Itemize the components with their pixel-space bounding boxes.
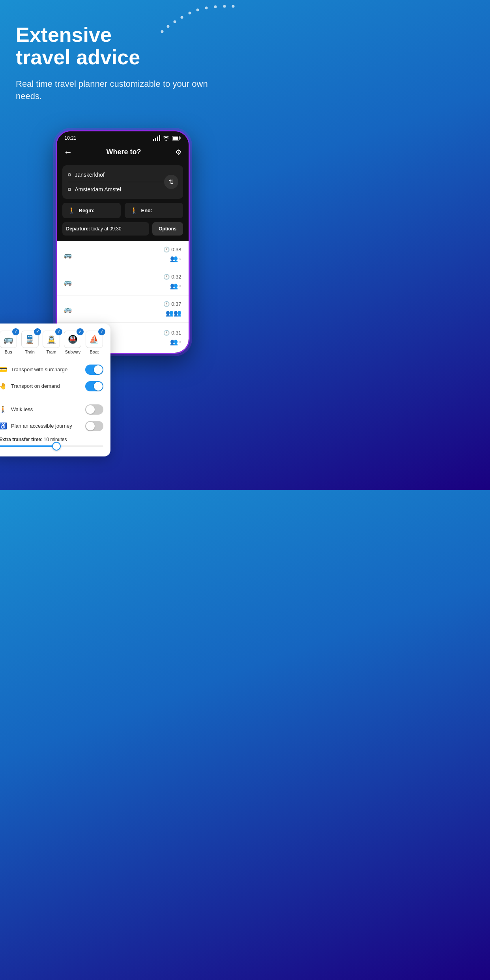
route-input: Janskerkhof Amsterdam Amstel ⇅ — [62, 165, 183, 199]
bus-icon-wrap: 🚌 ✓ — [0, 331, 17, 348]
departure-value-text: today at 09:30 — [92, 226, 122, 232]
phone-mockup: 10:21 — [56, 130, 190, 354]
result-row-2[interactable]: 🚌 🕐 0:32 👥 ○ — [57, 268, 189, 295]
wifi-icon — [163, 135, 170, 141]
tram-check: ✓ — [55, 328, 62, 335]
route-results: 🚌 🕐 0:38 👥 ○ — [57, 241, 189, 323]
svg-point-4 — [189, 12, 191, 15]
app-nav: ← Where to? ⚙ — [57, 143, 189, 161]
clock-icon-1: 🕐 — [163, 247, 170, 252]
clock-icon-2: 🕐 — [163, 274, 170, 280]
svg-point-9 — [232, 5, 235, 8]
nav-title: Where to? — [107, 148, 141, 156]
to-text: Amsterdam Amstel — [75, 186, 121, 193]
bottom-crowd-icon: 👥 — [170, 338, 178, 346]
bottom-result-right: 🕐 0:31 👥 ○ — [163, 330, 181, 346]
back-button[interactable]: ← — [64, 147, 73, 157]
walk-options: 🚶 Begin: 🚶 End: — [62, 203, 183, 218]
result-row-3[interactable]: 🚌 🕐 0:37 👥👥 — [57, 295, 189, 323]
mode-tram[interactable]: 🚊 ✓ Tram — [42, 331, 60, 354]
mode-boat[interactable]: ⛵ ✓ Boat — [85, 331, 103, 354]
demand-label: Transport on demand — [11, 383, 60, 389]
route-divider — [68, 182, 178, 182]
crowd-3-icon: 👥👥 — [166, 309, 181, 317]
surcharge-toggle[interactable] — [85, 365, 103, 375]
svg-point-10 — [165, 140, 166, 141]
tram-icon-wrap: 🚊 ✓ — [43, 331, 60, 348]
subway-icon-wrap: 🚇 ✓ — [64, 331, 81, 348]
toggle-walk-less[interactable]: 🚶 Walk less — [0, 401, 103, 418]
demand-toggle[interactable] — [85, 381, 103, 391]
train-icon: 🚆 — [25, 335, 35, 344]
route-to[interactable]: Amsterdam Amstel — [68, 185, 178, 194]
begin-walk-btn[interactable]: 🚶 Begin: — [62, 203, 121, 218]
result-1-bus-icon: 🚌 — [64, 251, 72, 259]
svg-point-8 — [223, 5, 226, 8]
departure-label: Departure: — [66, 226, 90, 232]
walk-less-toggle[interactable] — [85, 404, 103, 415]
clock-icon-bottom: 🕐 — [163, 330, 170, 336]
mode-bus[interactable]: 🚌 ✓ Bus — [0, 331, 17, 354]
end-walk-btn[interactable]: 🚶 End: — [125, 203, 183, 218]
accessible-toggle[interactable] — [85, 421, 103, 431]
slider-thumb[interactable] — [52, 442, 61, 451]
result-3-icons: 🚌 — [64, 306, 72, 313]
slider-track[interactable] — [0, 445, 103, 447]
bus-label: Bus — [5, 350, 12, 354]
end-walk-icon: 🚶 — [130, 207, 138, 214]
phone-wrapper: 🚌 ✓ Bus 🚆 ✓ Train 🚊 ✓ Tram — [0, 130, 245, 354]
result-3-bus-icon: 🚌 — [64, 306, 72, 313]
tram-label: Tram — [46, 350, 56, 354]
bottom-duration: 🕐 0:31 — [163, 330, 181, 336]
accessible-icon: ♿ — [0, 422, 7, 430]
subway-label: Subway — [65, 350, 80, 354]
svg-point-1 — [167, 25, 170, 28]
toggle-accessible[interactable]: ♿ Plan an accessible journey — [0, 418, 103, 434]
mode-train[interactable]: 🚆 ✓ Train — [21, 331, 39, 354]
surcharge-icon: 💳 — [0, 366, 7, 373]
slider-label: Extra transfer time: 10 minutes — [0, 437, 103, 442]
duration-2-text: 0:32 — [171, 274, 181, 280]
toggle-demand[interactable]: 🤚 Transport on demand — [0, 378, 103, 395]
result-row-1[interactable]: 🚌 🕐 0:38 👥 ○ — [57, 241, 189, 268]
filter-icon[interactable]: ⚙ — [175, 148, 181, 157]
battery-icon — [172, 136, 181, 140]
route-from[interactable]: Janskerkhof — [68, 170, 178, 180]
svg-point-3 — [181, 16, 183, 19]
status-time: 10:21 — [65, 135, 77, 141]
walk-less-label: Walk less — [11, 406, 33, 412]
dotted-arc-decoration — [158, 4, 237, 36]
tram-icon: 🚊 — [47, 335, 56, 344]
slider-fill — [0, 445, 56, 447]
transfer-time-slider-row: Extra transfer time: 10 minutes — [0, 434, 103, 449]
result-2-icons: 🚌 — [64, 279, 72, 286]
crowd-1-icon: 👥 — [170, 255, 178, 262]
bottom-crowd: 👥 ○ — [170, 338, 181, 346]
svg-point-6 — [205, 7, 208, 9]
boat-check: ✓ — [98, 328, 105, 335]
options-button[interactable]: Options — [152, 222, 183, 236]
from-dot — [68, 173, 71, 176]
duration-1-text: 0:38 — [171, 247, 181, 252]
transport-modes: 🚌 ✓ Bus 🚆 ✓ Train 🚊 ✓ Tram — [0, 331, 103, 354]
result-2-crowd: 👥 ○ — [170, 282, 181, 290]
departure-button[interactable]: Departure: today at 09:30 — [62, 222, 150, 236]
options-panel: 🚌 ✓ Bus 🚆 ✓ Train 🚊 ✓ Tram — [0, 324, 110, 456]
toggle-surcharge[interactable]: 💳 Transport with surcharge — [0, 361, 103, 378]
bottom-crowd-partial: ○ — [179, 340, 181, 344]
result-3-crowd: 👥👥 — [166, 309, 181, 317]
mode-subway[interactable]: 🚇 ✓ Subway — [64, 331, 82, 354]
train-label: Train — [25, 350, 35, 354]
bottom-duration-text: 0:31 — [171, 330, 181, 336]
duration-3-text: 0:37 — [171, 301, 181, 307]
accessible-label: Plan an accessible journey — [11, 423, 72, 429]
swap-button[interactable]: ⇅ — [164, 175, 178, 189]
svg-point-7 — [214, 6, 217, 8]
subway-check: ✓ — [77, 328, 84, 335]
clock-icon-3: 🕐 — [163, 301, 170, 307]
subway-icon: 🚇 — [68, 335, 78, 344]
surcharge-label: Transport with surcharge — [11, 367, 67, 372]
boat-label: Boat — [90, 350, 99, 354]
result-3-duration: 🕐 0:37 — [163, 301, 181, 307]
crowd-2-partial: ○ — [179, 284, 181, 288]
